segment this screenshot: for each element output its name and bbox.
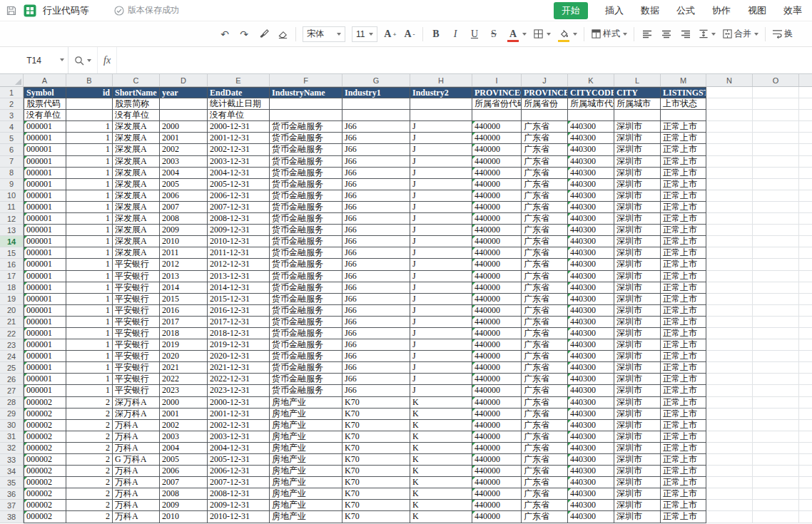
cell-O21[interactable] <box>753 317 799 328</box>
cell-E8[interactable]: 2004-12-31 <box>208 168 270 179</box>
cell-L1[interactable]: CITY <box>614 87 661 98</box>
cell-partial[interactable] <box>799 271 812 282</box>
cell-A15[interactable]: 000001 <box>24 247 66 259</box>
cell-E4[interactable]: 2000-12-31 <box>208 121 270 133</box>
cell-partial[interactable] <box>799 454 812 466</box>
align-right-button[interactable] <box>679 26 692 43</box>
cell-A16[interactable]: 000001 <box>24 259 66 270</box>
borders-button[interactable] <box>533 26 551 43</box>
cell-I31[interactable]: 440000 <box>472 431 522 443</box>
align-left-button[interactable] <box>641 26 654 43</box>
cell-H16[interactable]: J <box>410 259 472 270</box>
cell-I12[interactable]: 440000 <box>472 213 522 225</box>
cell-M28[interactable]: 正常上市 <box>661 397 706 409</box>
cell-H37[interactable]: K <box>410 500 472 511</box>
cell-C23[interactable]: 平安银行 <box>113 339 160 351</box>
cell-I33[interactable]: 440000 <box>472 454 522 466</box>
cell-H9[interactable]: J <box>410 179 472 190</box>
cell-E31[interactable]: 2003-12-31 <box>208 431 270 443</box>
cell-I20[interactable]: 440000 <box>472 305 522 317</box>
cell-K25[interactable]: 440300 <box>568 362 614 374</box>
tab-data[interactable]: 数据 <box>641 4 659 17</box>
cell-E19[interactable]: 2015-12-31 <box>208 294 270 305</box>
cell-D20[interactable]: 2016 <box>160 305 208 317</box>
cell-F13[interactable]: 货币金融服务 <box>270 225 342 236</box>
cell-G18[interactable]: J66 <box>342 282 410 294</box>
cell-E32[interactable]: 2004-12-31 <box>208 443 270 454</box>
cell-C2[interactable]: 股票简称 <box>113 98 160 110</box>
cell-O24[interactable] <box>753 351 799 362</box>
cell-A38[interactable]: 000002 <box>24 511 66 523</box>
cell-I18[interactable]: 440000 <box>472 282 522 294</box>
cell-A33[interactable]: 000002 <box>24 454 66 466</box>
cell-N1[interactable] <box>706 87 753 98</box>
cell-A30[interactable]: 000002 <box>24 420 66 431</box>
cell-O4[interactable] <box>753 121 799 133</box>
cell-G28[interactable]: K70 <box>342 397 410 409</box>
cell-G32[interactable]: K70 <box>342 443 410 454</box>
cell-K22[interactable]: 440300 <box>568 328 614 339</box>
cell-F26[interactable]: 货币金融服务 <box>270 374 342 385</box>
cell-H35[interactable]: K <box>410 477 472 488</box>
cell-H2[interactable] <box>410 98 472 110</box>
cell-O34[interactable] <box>753 466 799 477</box>
cell-B13[interactable]: 1 <box>66 225 113 236</box>
column-header-F[interactable]: F <box>270 74 342 86</box>
cell-G24[interactable]: J66 <box>342 351 410 362</box>
tab-insert[interactable]: 插入 <box>605 4 624 17</box>
row-header-32[interactable]: 32 <box>0 443 24 454</box>
cell-partial[interactable] <box>799 247 812 259</box>
cell-K9[interactable]: 440300 <box>568 179 614 190</box>
cell-O31[interactable] <box>753 431 799 443</box>
cell-J28[interactable]: 广东省 <box>522 397 568 409</box>
cell-M8[interactable]: 正常上市 <box>661 168 706 179</box>
cell-B28[interactable]: 2 <box>66 397 113 409</box>
cell-partial[interactable] <box>799 202 812 213</box>
cell-partial[interactable] <box>799 213 812 225</box>
cell-F32[interactable]: 房地产业 <box>270 443 342 454</box>
cell-partial[interactable] <box>799 385 812 396</box>
cell-partial[interactable] <box>799 294 812 305</box>
cell-M17[interactable]: 正常上市 <box>661 271 706 282</box>
cell-N21[interactable] <box>706 317 753 328</box>
cell-B11[interactable]: 1 <box>66 202 113 213</box>
cell-B24[interactable]: 1 <box>66 351 113 362</box>
cell-H1[interactable]: Industry2 <box>410 87 472 98</box>
cell-G38[interactable]: K70 <box>342 511 410 523</box>
cell-F14[interactable]: 货币金融服务 <box>270 236 342 247</box>
cell-L17[interactable]: 深圳市 <box>614 271 661 282</box>
cell-D29[interactable]: 2001 <box>160 409 208 420</box>
cell-F27[interactable]: 货币金融服务 <box>270 385 342 396</box>
cell-C4[interactable]: 深发展A <box>113 121 160 133</box>
cell-H38[interactable]: K <box>410 511 472 523</box>
cell-K30[interactable]: 440300 <box>568 420 614 431</box>
cell-H19[interactable]: J <box>410 294 472 305</box>
cell-G23[interactable]: J66 <box>342 339 410 351</box>
row-header-4[interactable]: 4 <box>0 121 24 133</box>
row-header-15[interactable]: 15 <box>0 247 24 259</box>
cell-O1[interactable] <box>753 87 799 98</box>
cell-I4[interactable]: 440000 <box>472 121 522 133</box>
cell-O38[interactable] <box>753 511 799 523</box>
decrease-font-button[interactable]: A- <box>403 26 416 43</box>
cell-K33[interactable]: 440300 <box>568 454 614 466</box>
cell-K4[interactable]: 440300 <box>568 121 614 133</box>
cell-I5[interactable]: 440000 <box>472 133 522 144</box>
cell-I32[interactable]: 440000 <box>472 443 522 454</box>
cell-L37[interactable]: 深圳市 <box>614 500 661 511</box>
cell-C10[interactable]: 深发展A <box>113 190 160 202</box>
cell-I15[interactable]: 440000 <box>472 247 522 259</box>
cell-partial[interactable] <box>799 500 812 511</box>
cell-K11[interactable]: 440300 <box>568 202 614 213</box>
cell-N12[interactable] <box>706 213 753 225</box>
cell-N26[interactable] <box>706 374 753 385</box>
cell-K15[interactable]: 440300 <box>568 247 614 259</box>
undo-button[interactable]: ↶ <box>218 26 231 43</box>
cell-E29[interactable]: 2001-12-31 <box>208 409 270 420</box>
cell-N28[interactable] <box>706 397 753 409</box>
cell-I21[interactable]: 440000 <box>472 317 522 328</box>
cell-G20[interactable]: J66 <box>342 305 410 317</box>
cell-A29[interactable]: 000002 <box>24 409 66 420</box>
cell-F11[interactable]: 货币金融服务 <box>270 202 342 213</box>
cell-F10[interactable]: 货币金融服务 <box>270 190 342 202</box>
